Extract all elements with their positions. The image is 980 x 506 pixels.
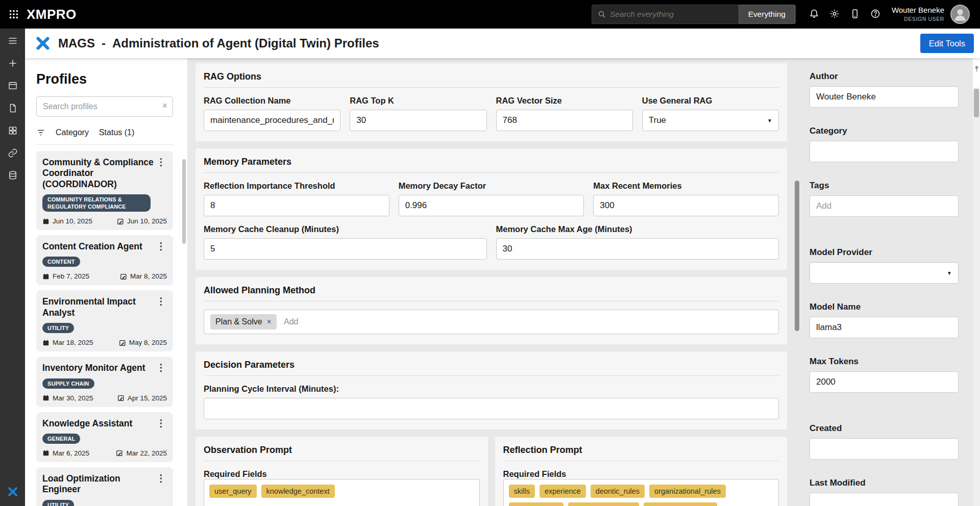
profile-card[interactable]: Inventory Monitor Agent ⋮ SUPPLY CHAIN M… — [36, 357, 173, 407]
profile-menu-button[interactable]: ⋮ — [155, 418, 167, 428]
field-tag[interactable]: experience — [540, 485, 586, 498]
profile-menu-button[interactable]: ⋮ — [155, 296, 167, 306]
avatar[interactable] — [950, 5, 970, 24]
section-allowed-planning-method: Allowed Planning Method Plan & Solve × A… — [195, 277, 787, 344]
profile-category-badge: UTILITY — [42, 323, 74, 333]
rag-vector-size-label: RAG Vector Size — [496, 96, 633, 106]
profile-menu-button[interactable]: ⋮ — [155, 157, 167, 167]
menu-button[interactable] — [8, 36, 18, 47]
profiles-scrollbar-thumb[interactable] — [182, 159, 186, 244]
profile-card[interactable]: Community & Compliance Coordinator (COOR… — [36, 151, 173, 230]
cache-max-age-input[interactable] — [496, 238, 779, 260]
cache-cleanup-input[interactable] — [204, 238, 487, 260]
pin-icon[interactable] — [974, 65, 979, 72]
section-decision-parameters: Decision Parameters Planning Cycle Inter… — [195, 351, 787, 429]
profile-menu-button[interactable]: ⋮ — [155, 473, 167, 483]
title-separator: - — [102, 36, 106, 50]
use-general-rag-select[interactable]: True ▼ — [642, 110, 779, 131]
created-input[interactable] — [810, 438, 959, 460]
page-scrollbar-thumb[interactable] — [974, 89, 979, 117]
remove-chip-icon[interactable]: × — [267, 317, 272, 326]
rag-top-k-input[interactable] — [350, 110, 486, 131]
profiles-search-input[interactable] — [36, 96, 173, 117]
tags-input[interactable] — [810, 195, 959, 217]
search-clear-icon[interactable]: × — [162, 100, 167, 111]
edit-tools-button[interactable]: Edit Tools — [920, 34, 974, 53]
pin-area — [973, 58, 980, 88]
field-tag[interactable]: knowledge_context — [644, 502, 717, 506]
planning-cycle-interval-label: Planning Cycle Interval (Minutes): — [204, 384, 779, 394]
filter-funnel-icon[interactable] — [36, 128, 45, 137]
apps-grid-icon[interactable] — [8, 9, 19, 20]
reflection-threshold-input[interactable] — [204, 195, 389, 216]
profile-menu-button[interactable]: ⋮ — [155, 241, 167, 251]
main-scrollbar — [793, 58, 801, 506]
metadata-panel: Author Category Tags Model Provider ▼ — [801, 58, 973, 506]
grid-modules-icon — [8, 125, 18, 136]
page-scrollbar-track[interactable] — [973, 88, 980, 506]
profile-name: Environmental Impact Analyst — [42, 296, 155, 318]
last-modified-input[interactable] — [810, 493, 959, 506]
mobile-app-button[interactable] — [850, 9, 860, 20]
filter-status[interactable]: Status (1) — [99, 128, 134, 137]
rag-vector-size-input[interactable] — [496, 110, 633, 131]
rail-item-connections[interactable] — [8, 148, 18, 160]
profile-card[interactable]: Environmental Impact Analyst ⋮ UTILITY M… — [36, 290, 173, 351]
xmpro-x-button[interactable] — [7, 486, 18, 499]
link-icon — [8, 148, 18, 158]
field-tag[interactable]: deontic_rules — [591, 485, 645, 498]
max-tokens-input[interactable] — [810, 371, 959, 393]
section-reflection-prompt: Reflection Prompt Required Fields skills… — [495, 437, 788, 506]
planning-method-input[interactable]: Plan & Solve × Add — [204, 310, 779, 334]
max-recent-memories-input[interactable] — [593, 195, 779, 216]
profile-card[interactable]: Content Creation Agent ⋮ CONTENT Feb 7, … — [36, 235, 173, 285]
search-scope-button[interactable]: Everything — [739, 5, 795, 24]
field-tag[interactable]: objectives_context — [568, 502, 639, 506]
memory-decay-factor-input[interactable] — [399, 195, 584, 216]
profile-card[interactable]: Load Optimization Engineer ⋮ UTILITY Mar… — [36, 467, 173, 506]
xmpro-x-icon — [7, 486, 18, 497]
settings-button[interactable] — [829, 9, 840, 20]
rail-item-boards[interactable] — [8, 81, 18, 92]
field-tag[interactable]: skills — [509, 485, 535, 498]
created-date: Mar 30, 2025 — [42, 394, 93, 402]
page-title-text: Administration of Agent (Digital Twin) P… — [112, 36, 379, 50]
reflection-required-fields[interactable]: skills experience deontic_rules organiza… — [503, 479, 779, 506]
calendar-icon — [42, 218, 50, 225]
observation-required-fields[interactable]: user_query knowledge_context — [204, 479, 480, 506]
category-input[interactable] — [810, 141, 959, 162]
section-rag-options: RAG Options RAG Collection Name RAG Top … — [195, 63, 787, 141]
rail-item-documents[interactable] — [8, 103, 18, 115]
filter-category[interactable]: Category — [56, 128, 89, 137]
model-name-input[interactable] — [810, 317, 959, 338]
field-tag[interactable]: knowledge_context — [261, 485, 335, 498]
calendar-edit-icon — [116, 449, 123, 457]
calendar-icon — [42, 273, 50, 280]
field-tag[interactable]: organizational_rules — [649, 485, 726, 498]
planning-cycle-interval-input[interactable] — [204, 398, 779, 419]
help-button[interactable] — [870, 9, 880, 20]
model-provider-select[interactable]: ▼ — [810, 262, 959, 284]
main-scrollbar-thumb[interactable] — [795, 181, 799, 331]
rail-item-modules[interactable] — [8, 125, 18, 137]
add-new-button[interactable] — [8, 58, 18, 70]
hamburger-icon — [8, 36, 18, 46]
section-observation-prompt: Observation Prompt Required Fields user_… — [195, 437, 488, 506]
search-input[interactable] — [606, 10, 739, 19]
calendar-edit-icon — [119, 339, 126, 346]
modified-date: Apr 15, 2025 — [117, 394, 167, 402]
notifications-button[interactable] — [809, 9, 819, 20]
model-provider-label: Model Provider — [810, 247, 959, 258]
rail-item-data[interactable] — [8, 170, 18, 182]
user-role: DESIGN USER — [892, 16, 944, 22]
max-tokens-label: Max Tokens — [810, 357, 959, 367]
created-date: Mar 6, 2025 — [42, 449, 89, 457]
rag-collection-name-input[interactable] — [204, 110, 340, 131]
field-tag[interactable]: user_query — [209, 485, 257, 498]
profile-menu-button[interactable]: ⋮ — [155, 363, 167, 372]
field-tag[interactable]: team_context — [509, 502, 564, 506]
profile-form: RAG Options RAG Collection Name RAG Top … — [187, 58, 793, 506]
profiles-search: × — [36, 96, 173, 117]
author-input[interactable] — [810, 86, 959, 108]
profile-card[interactable]: Knowledge Assistant ⋮ GENERAL Mar 6, 202… — [36, 412, 173, 462]
